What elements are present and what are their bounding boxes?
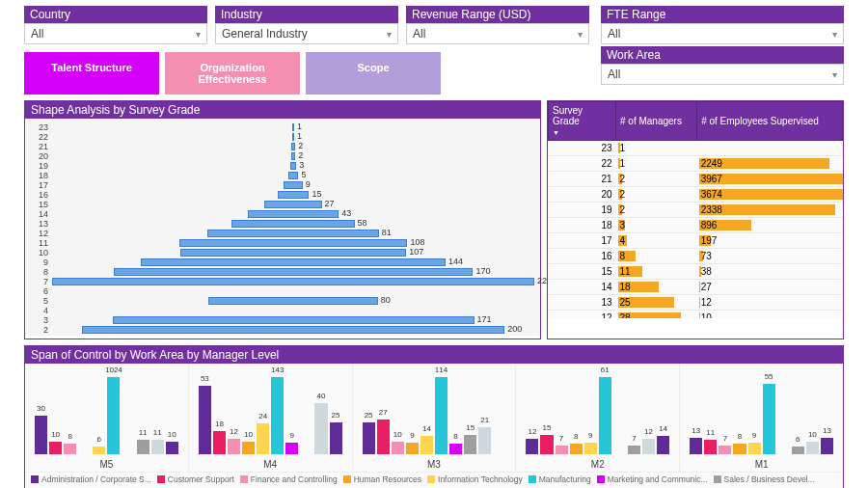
- span-bar[interactable]: 6: [93, 447, 105, 454]
- span-bar[interactable]: 12: [228, 439, 240, 454]
- legend-item[interactable]: Marketing and Communic...: [597, 474, 708, 484]
- span-bar[interactable]: 11: [704, 440, 717, 454]
- shape-bar[interactable]: [290, 162, 297, 170]
- span-bar[interactable]: 11: [151, 440, 164, 454]
- legend-item[interactable]: Human Resources: [343, 474, 421, 484]
- span-bar[interactable]: 143: [271, 377, 284, 454]
- shape-bar[interactable]: [208, 297, 377, 305]
- span-bar[interactable]: 27: [377, 420, 390, 454]
- tab-talent-structure[interactable]: Talent Structure: [24, 52, 159, 95]
- span-bar[interactable]: 25: [363, 422, 375, 454]
- legend-item[interactable]: Information Technology: [427, 474, 523, 484]
- span-bar[interactable]: 10: [166, 442, 178, 454]
- span-bar[interactable]: 7: [556, 446, 568, 454]
- legend-item[interactable]: Finance and Controlling: [240, 474, 338, 484]
- filter-industry-select[interactable]: General Industry ▾: [215, 23, 398, 44]
- span-bar[interactable]: 25: [330, 422, 342, 454]
- span-bar[interactable]: 12: [526, 439, 538, 454]
- span-bar[interactable]: 40: [314, 403, 327, 454]
- span-bar[interactable]: 7: [628, 446, 640, 454]
- shape-bar[interactable]: [292, 133, 294, 141]
- span-bar[interactable]: 12: [642, 439, 655, 454]
- col-survey-grade[interactable]: Survey Grade▼: [549, 102, 616, 141]
- span-of-control-chart[interactable]: 3010861024111110M5531812102414394025M425…: [25, 364, 843, 472]
- shape-analysis-title: Shape Analysis by Survey Grade: [25, 101, 540, 119]
- shape-grade-label: 21: [31, 142, 48, 151]
- shape-grade-label: 4: [31, 306, 48, 315]
- legend-item[interactable]: Customer Support: [157, 474, 234, 484]
- span-bar-value: 24: [258, 412, 267, 420]
- cell-num-employees: 27: [697, 280, 843, 295]
- span-bar[interactable]: 9: [748, 443, 761, 454]
- span-bar[interactable]: 8: [449, 444, 462, 454]
- span-bar[interactable]: 8: [570, 444, 583, 454]
- shape-bar[interactable]: [82, 326, 505, 334]
- shape-grade-label: 13: [31, 219, 48, 229]
- span-bar[interactable]: 8: [733, 444, 746, 454]
- cell-num-managers: 2: [616, 187, 697, 203]
- tab-scope[interactable]: Scope: [306, 52, 441, 95]
- shape-analysis-chart[interactable]: 2312212122021931851791615152714431358128…: [25, 119, 540, 336]
- shape-bar[interactable]: [179, 239, 408, 247]
- shape-bar[interactable]: [141, 258, 446, 266]
- span-bar[interactable]: 55: [763, 384, 775, 454]
- col-num-employees[interactable]: # of Employees Supervised: [697, 102, 843, 141]
- span-bar[interactable]: 13: [690, 438, 702, 454]
- shape-bar[interactable]: [207, 230, 379, 237]
- span-bar[interactable]: 9: [285, 443, 298, 454]
- span-bar[interactable]: 1024: [107, 377, 120, 454]
- filter-country-select[interactable]: All ▾: [24, 23, 207, 44]
- filter-fte-select[interactable]: All ▾: [601, 23, 844, 44]
- shape-grade-label: 15: [31, 200, 48, 209]
- span-bar[interactable]: 53: [199, 386, 211, 454]
- span-bar[interactable]: 15: [464, 435, 476, 454]
- shape-bar[interactable]: [113, 316, 475, 324]
- shape-bar-value: 58: [358, 218, 367, 228]
- filter-revenue-select[interactable]: All ▾: [406, 23, 589, 44]
- shape-bar[interactable]: [264, 201, 321, 208]
- span-bar[interactable]: 15: [540, 435, 553, 454]
- shape-bar[interactable]: [52, 278, 534, 285]
- span-group-label: M2: [516, 459, 679, 470]
- span-bar[interactable]: 30: [35, 416, 47, 454]
- span-bar[interactable]: 10: [392, 442, 404, 454]
- span-bar[interactable]: 8: [64, 444, 76, 454]
- legend-item[interactable]: Manufacturing: [529, 474, 591, 484]
- span-bar-value: 30: [37, 404, 45, 413]
- span-bar[interactable]: 11: [137, 440, 149, 454]
- span-bar[interactable]: 10: [806, 442, 819, 454]
- cell-num-managers: 1: [616, 141, 697, 156]
- shape-bar[interactable]: [292, 123, 294, 131]
- shape-row: 1281: [31, 229, 534, 238]
- span-bar[interactable]: 21: [478, 427, 491, 454]
- manager-table-scroll[interactable]: Survey Grade▼ # of Managers # of Employe…: [548, 101, 843, 318]
- span-bar[interactable]: 14: [657, 436, 669, 454]
- legend-item[interactable]: Administration / Corporate S...: [31, 474, 151, 484]
- shape-bar[interactable]: [114, 268, 474, 276]
- span-bar[interactable]: 24: [257, 423, 269, 454]
- tab-org-effectiveness[interactable]: Organization Effectiveness: [165, 52, 300, 95]
- span-bar[interactable]: 114: [435, 377, 448, 454]
- legend-item[interactable]: Sales / Business Devel...: [714, 474, 815, 484]
- span-bar[interactable]: 9: [406, 443, 419, 454]
- shape-bar[interactable]: [284, 181, 303, 189]
- shape-bar[interactable]: [231, 220, 354, 228]
- shape-bar[interactable]: [288, 172, 299, 179]
- span-bar[interactable]: 7: [719, 446, 731, 454]
- filter-workarea-select[interactable]: All ▾: [601, 64, 844, 85]
- span-bar[interactable]: 9: [584, 443, 597, 454]
- span-bar[interactable]: 10: [242, 442, 255, 454]
- shape-row: 7228: [31, 277, 534, 286]
- span-bar[interactable]: 61: [599, 377, 611, 454]
- span-bar[interactable]: 10: [49, 442, 62, 454]
- span-bar[interactable]: 14: [420, 436, 433, 454]
- shape-bar[interactable]: [278, 191, 310, 199]
- span-bar[interactable]: 13: [821, 438, 833, 454]
- col-num-managers[interactable]: # of Managers: [616, 102, 697, 141]
- shape-bar[interactable]: [291, 143, 295, 150]
- span-bar[interactable]: 18: [213, 431, 226, 454]
- shape-bar[interactable]: [180, 249, 407, 257]
- span-bar[interactable]: 6: [792, 447, 804, 454]
- shape-bar[interactable]: [291, 152, 295, 160]
- shape-bar[interactable]: [248, 210, 339, 218]
